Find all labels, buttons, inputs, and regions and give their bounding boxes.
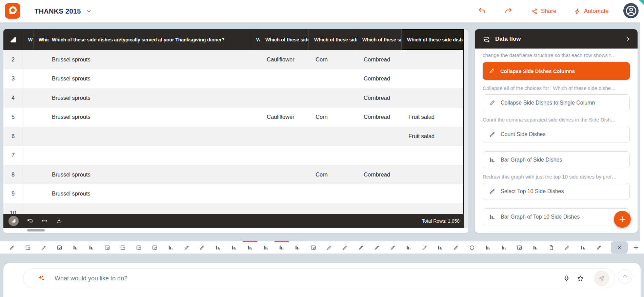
sheet-tab[interactable] <box>305 241 321 254</box>
row-number[interactable]: 5 <box>3 108 23 127</box>
table-cell[interactable]: Cornbread <box>357 114 402 120</box>
close-tab-button[interactable] <box>611 241 628 254</box>
collapse-chat-button[interactable] <box>618 269 632 283</box>
sheet-tab[interactable] <box>20 241 36 254</box>
row-number[interactable]: 3 <box>3 69 23 89</box>
table-cell[interactable]: Corn <box>309 171 357 178</box>
table-cell[interactable]: Cornbread <box>357 95 402 101</box>
sheet-tab[interactable] <box>289 241 305 254</box>
row-number[interactable]: 7 <box>3 146 23 165</box>
sheet-tab[interactable] <box>527 241 543 254</box>
column-header[interactable]: Which of these side dishes aretypically … <box>251 29 260 50</box>
table-cell[interactable]: Fruit salad <box>402 114 464 120</box>
mic-button[interactable] <box>563 275 570 282</box>
sheet-tab[interactable] <box>337 241 353 254</box>
automate-button[interactable]: Automate <box>574 0 609 22</box>
row-number[interactable]: 6 <box>3 127 23 146</box>
column-header[interactable]: Which of these side dishes aretypically … <box>23 29 34 50</box>
redo-button[interactable] <box>504 6 512 15</box>
sheet-tab[interactable] <box>432 241 448 254</box>
sheet-tab[interactable] <box>67 241 83 254</box>
undo-button[interactable] <box>478 6 487 15</box>
avatar-button[interactable] <box>623 3 639 18</box>
sheet-tab[interactable] <box>147 241 163 254</box>
file-name-menu[interactable]: THANKS 2015 <box>35 0 92 22</box>
table-cell[interactable]: Fruit salad <box>402 133 464 140</box>
sheet-tab[interactable] <box>353 241 369 254</box>
table-cell[interactable]: Brussel sprouts <box>49 171 251 178</box>
column-header[interactable]: Which of these side dishes aretypically … <box>357 29 402 50</box>
table-cell[interactable]: Cornbread <box>357 56 402 63</box>
dataflow-card[interactable]: Bar Graph of Top 10 Side Dishes <box>483 208 630 225</box>
sheet-tab[interactable] <box>274 241 290 254</box>
sheet-tab[interactable] <box>115 241 131 254</box>
sheet-tab[interactable] <box>131 241 147 254</box>
table-cell[interactable]: Brussel sprouts <box>49 114 251 120</box>
row-number[interactable]: 2 <box>3 50 23 69</box>
send-button[interactable] <box>594 271 609 286</box>
sheet-tab[interactable] <box>83 241 99 254</box>
share-button[interactable]: Share <box>531 0 556 22</box>
sheet-tab[interactable] <box>559 241 575 254</box>
sheet-tab[interactable] <box>417 241 432 254</box>
row-number[interactable]: 10 <box>3 203 23 214</box>
sheet-tab[interactable] <box>36 241 52 254</box>
sheet-tab[interactable] <box>163 241 179 254</box>
table-cell[interactable]: Brussel sprouts <box>49 190 251 197</box>
column-header[interactable]: Which of these side dishes aretypically … <box>49 29 251 50</box>
sheet-tab[interactable] <box>464 241 480 254</box>
sheet-tab[interactable] <box>448 241 464 254</box>
sheet-tab[interactable] <box>591 241 607 254</box>
sheet-tab[interactable] <box>321 241 337 254</box>
dataflow-card[interactable]: Collapse Side Dishes Columns <box>483 62 630 80</box>
table-cell[interactable]: Brussel sprouts <box>49 95 251 101</box>
table-cell[interactable]: Cornbread <box>357 75 402 82</box>
sheet-badge[interactable] <box>8 216 19 226</box>
table-cell[interactable]: Cauliflower <box>260 114 309 120</box>
horizontal-scroll-thumb[interactable] <box>27 229 45 231</box>
sheet-vertical-scrollbar[interactable] <box>464 29 468 228</box>
sheet-tab[interactable] <box>226 241 242 254</box>
app-logo[interactable] <box>5 3 20 19</box>
table-cell[interactable]: Cornbread <box>357 171 402 178</box>
dataflow-card[interactable]: Bar Graph of Side Dishes <box>483 151 630 168</box>
column-header[interactable]: Which of these side dishes aretypically … <box>402 29 464 50</box>
sheet-tab[interactable] <box>575 241 591 254</box>
sheet-tab[interactable] <box>369 241 385 254</box>
sheet-tab[interactable] <box>52 241 67 254</box>
table-cell[interactable]: Brussel sprouts <box>49 75 251 82</box>
sheet-tab[interactable] <box>4 241 20 254</box>
sheet-tab[interactable] <box>195 241 210 254</box>
row-number[interactable]: 9 <box>3 184 23 204</box>
sheet-tab[interactable] <box>385 241 401 254</box>
table-cell[interactable]: Brussel sprouts <box>49 56 251 63</box>
resize-columns-button[interactable] <box>41 218 48 224</box>
sheet-horizontal-scrollbar[interactable] <box>3 228 468 233</box>
table-cell[interactable]: Corn <box>309 56 357 63</box>
column-header[interactable]: Which of these side dishes aretypically … <box>309 29 357 50</box>
add-node-button[interactable] <box>614 211 631 228</box>
sheet-tab[interactable] <box>242 241 258 254</box>
row-number[interactable]: 4 <box>3 88 23 108</box>
dataflow-card[interactable]: Count Side Dishes <box>483 126 630 143</box>
prompt-input-pill[interactable] <box>23 268 615 288</box>
sheet-tab[interactable] <box>480 241 496 254</box>
sheet-tab[interactable] <box>179 241 195 254</box>
collapse-panel-button[interactable] <box>625 36 631 42</box>
sheet-tab[interactable] <box>512 241 528 254</box>
row-number[interactable]: 8 <box>3 165 23 184</box>
sheet-tab[interactable] <box>496 241 512 254</box>
star-button[interactable] <box>577 275 584 282</box>
download-button[interactable] <box>56 218 62 224</box>
dataflow-card[interactable]: Select Top 10 Side Dishes <box>483 183 630 200</box>
table-cell[interactable]: Corn <box>309 114 357 120</box>
sheet-tab[interactable] <box>210 241 226 254</box>
prompt-input[interactable] <box>54 275 563 282</box>
column-header[interactable]: Which of these side dishes aretypically … <box>34 29 49 50</box>
table-cell[interactable]: Cauliflower <box>260 56 309 63</box>
rows-refresh-button[interactable] <box>27 218 33 224</box>
sheet-tab[interactable] <box>401 241 417 254</box>
sheet-tab[interactable] <box>543 241 559 254</box>
column-header[interactable]: Which of these side dishes aretypically … <box>260 29 309 50</box>
sheet-corner-button[interactable] <box>3 29 23 50</box>
